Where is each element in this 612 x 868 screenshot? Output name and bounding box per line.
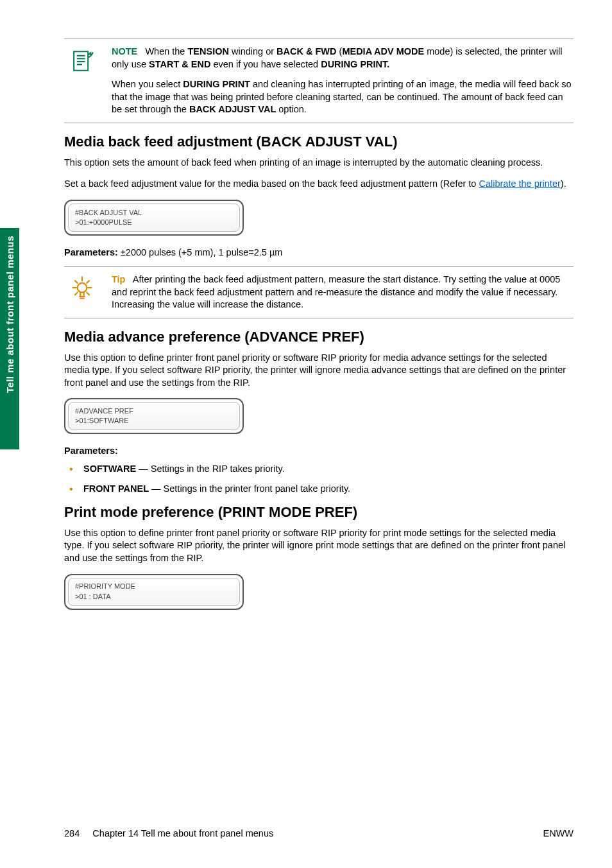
- note-text-1: NOTE When the TENSION winding or BACK & …: [112, 46, 574, 116]
- section3-p1: Use this option to define printer front …: [64, 527, 574, 565]
- list-item: SOFTWARE — Settings in the RIP takes pri…: [64, 462, 574, 475]
- params-value: ±2000 pulses (+5 mm), 1 pulse=2.5 µm: [121, 247, 282, 257]
- lcd-line: #ADVANCE PREF: [75, 406, 233, 416]
- text: Set a back feed adjustment value for the…: [64, 178, 479, 189]
- lcd-line: #BACK ADJUST VAL: [75, 208, 233, 218]
- text: DURING PRINT: [183, 79, 250, 89]
- list-item: FRONT PANEL — Settings in the printer fr…: [64, 482, 574, 495]
- lcd-display-3: #PRIORITY MODE >01 : DATA: [64, 574, 574, 610]
- tip-label: Tip: [112, 274, 125, 284]
- sidebar-tab-label: Tell me about front panel menus: [4, 236, 15, 393]
- section2-p1: Use this option to define printer front …: [64, 352, 574, 390]
- section1-p1: This option sets the amount of back feed…: [64, 157, 574, 169]
- note-block-1: NOTE When the TENSION winding or BACK & …: [64, 39, 574, 123]
- text: After printing the back feed adjustment …: [112, 274, 560, 309]
- section1-params: Parameters: ±2000 pulses (+5 mm), 1 puls…: [64, 247, 574, 257]
- tip-text-1: Tip After printing the back feed adjustm…: [112, 273, 574, 311]
- tip-block-1: Tip After printing the back feed adjustm…: [64, 266, 574, 318]
- footer-right: ENWW: [543, 828, 574, 838]
- calibrate-link[interactable]: Calibrate the printer: [479, 178, 560, 189]
- svg-line-9: [87, 281, 89, 283]
- section-heading-1: Media back feed adjustment (BACK ADJUST …: [64, 134, 574, 150]
- section2-bullets: SOFTWARE — Settings in the RIP takes pri…: [64, 462, 574, 495]
- text: even if you have selected: [210, 59, 321, 69]
- text: TENSION: [187, 46, 228, 56]
- text: DURING PRINT.: [321, 59, 389, 69]
- text: — Settings in the printer front panel ta…: [149, 483, 350, 494]
- lcd-line: >01:SOFTWARE: [75, 416, 233, 426]
- lcd-line: >01:+0000PULSE: [75, 218, 233, 227]
- lcd-display-1: #BACK ADJUST VAL >01:+0000PULSE: [64, 200, 574, 236]
- section-heading-3: Print mode preference (PRINT MODE PREF): [64, 504, 574, 521]
- text: winding or: [229, 46, 276, 56]
- svg-point-4: [78, 283, 87, 293]
- text: BACK & FWD: [276, 46, 336, 56]
- lcd-line: >01 : DATA: [75, 592, 233, 602]
- note-label: NOTE: [112, 46, 137, 56]
- text: ).: [561, 178, 566, 189]
- lcd-display-2: #ADVANCE PREF >01:SOFTWARE: [64, 398, 574, 434]
- lcd-line: #PRIORITY MODE: [75, 582, 233, 591]
- note-icon: [64, 46, 100, 116]
- chapter-title: Chapter 14 Tell me about front panel men…: [92, 828, 273, 838]
- sidebar-tab: Tell me about front panel menus: [0, 228, 19, 449]
- lightbulb-icon: [64, 273, 100, 311]
- text: SOFTWARE: [83, 464, 139, 474]
- text: — Settings in the RIP takes priority.: [139, 464, 285, 474]
- params-label: Parameters:: [64, 247, 121, 257]
- text: FRONT PANEL: [83, 483, 149, 494]
- svg-line-11: [87, 292, 89, 295]
- text: BACK ADJUST VAL: [189, 104, 276, 114]
- page-number: 284: [64, 828, 80, 838]
- page-footer: 284 Chapter 14 Tell me about front panel…: [64, 828, 574, 838]
- svg-line-8: [75, 281, 78, 283]
- section-heading-2: Media advance preference (ADVANCE PREF): [64, 329, 574, 345]
- section1-p2: Set a back feed adjustment value for the…: [64, 178, 574, 191]
- text: When the: [145, 46, 187, 56]
- text: MEDIA ADV MODE: [342, 46, 424, 56]
- section2-params-label: Parameters:: [64, 446, 574, 456]
- text: option.: [276, 104, 307, 114]
- svg-line-10: [75, 292, 78, 295]
- text: START & END: [149, 59, 210, 69]
- footer-left: 284 Chapter 14 Tell me about front panel…: [64, 828, 273, 838]
- text: When you select: [112, 79, 183, 89]
- page-content: NOTE When the TENSION winding or BACK & …: [64, 39, 574, 621]
